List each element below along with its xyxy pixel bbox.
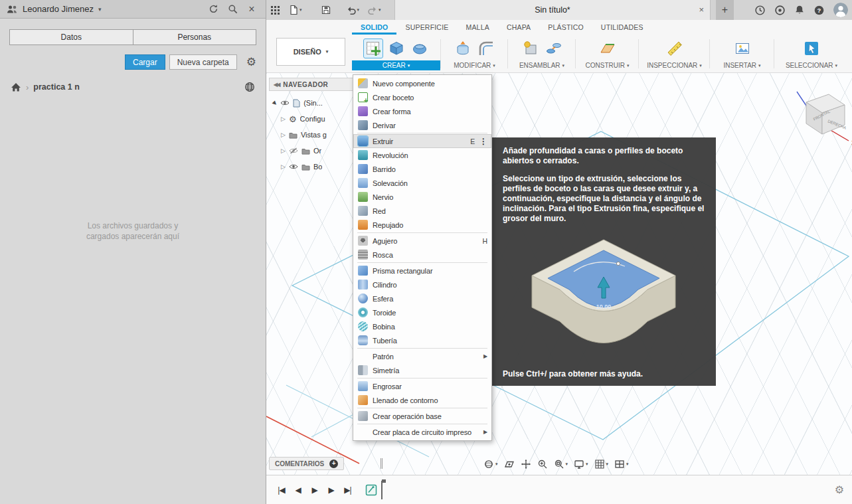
menu-item-revolucion[interactable]: Revolución xyxy=(353,148,491,162)
new-tab-button[interactable]: + xyxy=(716,0,734,20)
browser-header[interactable]: ◀◀ NAVEGADOR xyxy=(269,78,363,91)
select-icon[interactable] xyxy=(802,39,821,58)
create-sketch-icon[interactable] xyxy=(364,39,383,58)
pan-icon[interactable] xyxy=(521,459,531,469)
press-pull-icon[interactable] xyxy=(454,39,472,58)
menu-item-tuberia[interactable]: Tubería xyxy=(353,333,491,347)
collapse-panel-icon[interactable]: ◀◀ xyxy=(274,82,279,88)
expanded-arrow-icon[interactable]: ▶ xyxy=(272,100,279,107)
viewports-icon[interactable]: ▾ xyxy=(614,459,629,469)
menu-item-prisma-rectangular[interactable]: Prisma rectangular xyxy=(353,264,491,278)
go-to-start-button[interactable]: |◀ xyxy=(273,485,290,495)
step-back-button[interactable]: ◀ xyxy=(290,485,306,495)
menu-item-agujero[interactable]: AgujeroH xyxy=(353,234,491,248)
save-icon[interactable] xyxy=(317,0,335,20)
menu-item-repujado[interactable]: Repujado xyxy=(353,218,491,232)
fillet-icon[interactable] xyxy=(477,39,495,58)
timeline-position-marker[interactable] xyxy=(381,481,383,499)
crear-dropdown[interactable]: CREAR ▾ xyxy=(352,60,440,70)
help-icon[interactable]: ? xyxy=(813,5,825,16)
menu-item-engrosar[interactable]: Engrosar xyxy=(353,379,491,393)
ribbon-tab-chapa[interactable]: CHAPA xyxy=(498,23,539,35)
browser-item-vistas[interactable]: ▷ Vistas g xyxy=(269,127,363,143)
breadcrumb-folder[interactable]: practica 1 n xyxy=(33,82,79,92)
look-at-icon[interactable] xyxy=(504,459,515,469)
seleccionar-dropdown[interactable]: SELECCIONAR ▾ xyxy=(775,60,848,70)
user-name[interactable]: Leonardo Jimenez xyxy=(23,4,94,14)
menu-item-toroide[interactable]: Toroide xyxy=(353,305,491,319)
menu-item-derivar[interactable]: Derivar xyxy=(353,118,491,132)
menu-item-crear-placa-de-circuito-impreso[interactable]: Crear placa de circuito impreso▶ xyxy=(353,425,491,439)
menu-item-llenado-de-contorno[interactable]: Llenado de contorno xyxy=(353,393,491,407)
expand-caret-icon[interactable]: ▷ xyxy=(281,163,286,170)
construction-plane-icon[interactable] xyxy=(598,39,617,58)
zoom-window-icon[interactable]: ▾ xyxy=(554,459,568,469)
tab-datos[interactable]: Datos xyxy=(9,29,133,45)
tab-personas[interactable]: Personas xyxy=(133,29,257,45)
sketch-feature-icon[interactable] xyxy=(365,484,377,496)
upload-button[interactable]: Cargar xyxy=(125,54,165,70)
document-tab[interactable]: Sin título* × xyxy=(394,0,711,20)
close-panel-icon[interactable]: × xyxy=(244,2,259,17)
browser-item-bocetos[interactable]: ▷ Bo xyxy=(269,159,363,175)
browser-item-configuracion[interactable]: ▷ ⚙ Configu xyxy=(269,111,363,127)
new-folder-button[interactable]: Nueva carpeta xyxy=(169,54,237,70)
expand-caret-icon[interactable]: ▷ xyxy=(281,147,286,154)
menu-item-crear-operacion-base[interactable]: Crear operación base xyxy=(353,409,491,423)
ribbon-tab-superficie[interactable]: SUPERFICIE xyxy=(396,23,457,35)
search-icon[interactable] xyxy=(225,2,240,17)
overflow-menu-icon[interactable]: ⋮ xyxy=(479,137,487,146)
menu-item-crear-forma[interactable]: Crear forma xyxy=(353,104,491,118)
insertar-dropdown[interactable]: INSERTAR ▾ xyxy=(711,60,774,70)
menu-item-crear-boceto[interactable]: Crear boceto xyxy=(353,90,491,104)
eye-icon[interactable] xyxy=(289,163,298,170)
undo-icon[interactable]: ▾ xyxy=(342,0,364,20)
app-grid-icon[interactable] xyxy=(266,0,284,20)
ribbon-tab-plastico[interactable]: PLÁSTICO xyxy=(539,23,592,35)
ribbon-tab-solido[interactable]: SOLIDO xyxy=(352,23,396,35)
avatar[interactable] xyxy=(833,3,848,17)
timeline-settings-gear-icon[interactable]: ⚙ xyxy=(835,485,844,495)
play-button[interactable]: ▶ xyxy=(306,485,323,495)
menu-item-esfera[interactable]: Esfera xyxy=(353,292,491,305)
menu-item-cilindro[interactable]: Cilindro xyxy=(353,278,491,292)
web-globe-icon[interactable] xyxy=(244,82,255,92)
menu-item-simetria[interactable]: Simetría xyxy=(353,363,491,377)
ensamblar-dropdown[interactable]: ENSAMBLAR ▾ xyxy=(509,60,575,70)
expand-caret-icon[interactable]: ▷ xyxy=(281,116,286,122)
browser-item-origenes[interactable]: ▷ Or xyxy=(269,143,363,159)
zoom-icon[interactable] xyxy=(537,459,548,469)
go-to-end-button[interactable]: ▶| xyxy=(339,485,356,495)
create-box-icon[interactable] xyxy=(387,39,406,58)
modificar-dropdown[interactable]: MODIFICAR ▾ xyxy=(442,60,507,70)
eye-icon[interactable] xyxy=(280,100,290,106)
menu-item-barrido[interactable]: Barrido xyxy=(353,162,491,176)
menu-item-red[interactable]: Red xyxy=(353,204,491,218)
redo-icon[interactable]: ▾ xyxy=(363,0,385,20)
inspeccionar-dropdown[interactable]: INSPECCIONAR ▾ xyxy=(639,60,709,70)
expand-caret-icon[interactable]: ▷ xyxy=(281,131,286,138)
menu-item-extruir[interactable]: ExtruirE⋮ xyxy=(353,134,491,148)
team-icon[interactable] xyxy=(7,5,18,14)
viewcube[interactable]: FRONTAL DERECHA X xyxy=(788,85,852,146)
ribbon-tab-utilidades[interactable]: UTILIDADES xyxy=(592,23,652,35)
data-settings-gear-icon[interactable]: ⚙ xyxy=(246,56,256,68)
close-tab-icon[interactable]: × xyxy=(699,5,704,15)
display-settings-icon[interactable]: ▾ xyxy=(574,459,588,469)
comments-bar[interactable]: COMENTARIOS + xyxy=(269,457,344,470)
grid-settings-icon[interactable]: ▾ xyxy=(594,459,609,469)
menu-item-rosca[interactable]: Rosca xyxy=(353,248,491,262)
measure-icon[interactable] xyxy=(665,39,684,58)
comments-drag-handle[interactable] xyxy=(381,458,383,469)
create-form-icon[interactable] xyxy=(410,39,429,58)
menu-item-solevacion[interactable]: Solevación xyxy=(353,176,491,190)
home-icon[interactable] xyxy=(11,82,21,92)
new-component-icon[interactable] xyxy=(521,39,540,58)
step-forward-button[interactable]: ▶ xyxy=(323,485,339,495)
refresh-icon[interactable] xyxy=(206,2,220,17)
menu-item-patron[interactable]: Patrón▶ xyxy=(353,349,491,363)
extensions-icon[interactable] xyxy=(774,5,786,16)
notifications-bell-icon[interactable] xyxy=(794,5,805,15)
menu-item-nuevo-componente[interactable]: Nuevo componente xyxy=(353,76,491,90)
orbit-icon[interactable]: ▾ xyxy=(483,459,498,469)
